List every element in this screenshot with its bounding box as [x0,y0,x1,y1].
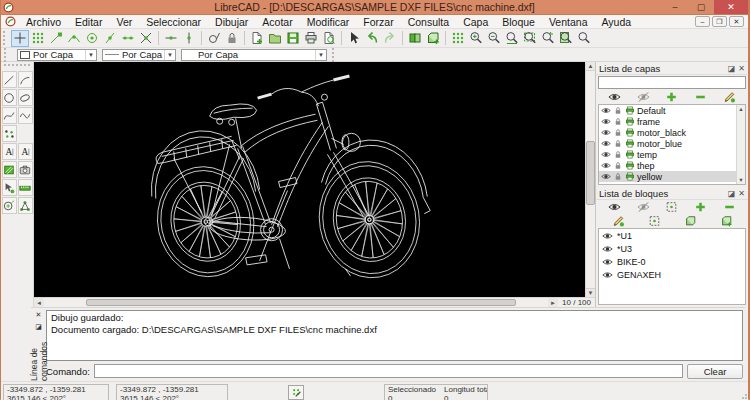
printer-icon[interactable] [625,139,635,148]
menu-modificar[interactable]: Modificar [300,16,357,28]
tool-block-button[interactable] [18,197,33,214]
tool-point-button[interactable] [2,125,17,142]
eye-icon[interactable] [601,117,611,126]
tool-text-button[interactable] [2,143,17,160]
block-row[interactable]: *U3 [599,242,745,255]
create-block-button[interactable] [424,30,442,47]
resize-grip[interactable] [739,394,747,400]
zoom-out-button[interactable] [485,30,503,47]
layer-row[interactable]: frame [599,116,745,127]
menu-bloque[interactable]: Bloque [495,16,542,28]
layer-row[interactable]: Default [599,105,745,116]
toggle-block-view-icon[interactable] [665,201,678,213]
printer-icon[interactable] [625,150,635,159]
clear-button[interactable]: Clear [687,364,743,379]
snap-intersection-button[interactable] [137,30,155,47]
toolbar-handle[interactable] [4,48,9,62]
restrict-horizontal-button[interactable] [162,30,180,47]
maximize-button[interactable]: ▢ [688,0,714,14]
menu-consulta[interactable]: Consulta [401,16,456,28]
layer-list-scrollbar[interactable]: ▲▼ [736,105,745,184]
relative-zero-button[interactable] [205,30,223,47]
tool-circle-button[interactable] [2,89,17,106]
tool-modify-button[interactable] [2,179,17,196]
open-file-button[interactable] [266,30,284,47]
new-file-button[interactable] [248,30,266,47]
zoom-in-button[interactable] [467,30,485,47]
eye-icon[interactable] [601,128,611,137]
eye-icon[interactable] [602,270,613,280]
eye-icon[interactable] [602,257,613,267]
tool-measure-button[interactable] [2,197,17,214]
snap-middle-button[interactable] [101,30,119,47]
mdi-close-button[interactable]: ✕ [729,16,744,27]
printer-icon[interactable] [625,172,635,181]
scroll-right-icon[interactable]: ► [548,298,558,307]
command-input[interactable] [94,364,683,378]
grid-status-button[interactable] [288,385,304,400]
eye-icon[interactable] [601,161,611,170]
menu-ventana[interactable]: Ventana [542,16,595,28]
layer-row[interactable]: temp [599,149,745,160]
eye-icon[interactable] [602,231,613,241]
menu-acotar[interactable]: Acotar [255,16,299,28]
lock-icon[interactable] [613,106,623,115]
block-row[interactable]: *U1 [599,229,745,242]
menu-seleccionar[interactable]: Seleccionar [139,16,208,28]
tool-hatch-button[interactable] [2,161,17,178]
horizontal-scroll-track[interactable] [44,298,548,307]
zoom-previous-button[interactable] [539,30,557,47]
scroll-left-icon[interactable]: ◄ [34,298,44,307]
zoom-pan-button[interactable] [575,30,593,47]
lock-icon[interactable] [613,150,623,159]
pen-width-select[interactable]: Por Capa ▼ [102,49,176,61]
toolbar-handle[interactable] [332,48,337,62]
tool-arc-button[interactable] [18,71,33,88]
minimize-button[interactable]: – [662,0,688,14]
eye-icon[interactable] [601,106,611,115]
snap-entity-button[interactable] [65,30,83,47]
save-file-button[interactable] [284,30,302,47]
lock-icon[interactable] [613,161,623,170]
horizontal-scroll-thumb[interactable] [86,299,516,306]
zoom-window-button[interactable] [521,30,539,47]
pen-linetype-select[interactable]: Por Capa ▼ [181,49,327,61]
menu-ayuda[interactable]: Ayuda [594,16,638,28]
close-dock-icon[interactable]: ✕ [33,309,44,320]
tool-polyline-button[interactable] [18,107,33,124]
dock-handle[interactable] [4,64,30,69]
frame-block-icon[interactable] [648,215,661,227]
remove-layer-icon[interactable] [694,91,707,103]
lock-icon[interactable] [613,117,623,126]
close-panel-icon[interactable]: ✕ [738,64,745,73]
layer-row-selected[interactable]: yellow [599,171,745,182]
menu-archivo[interactable]: Archivo [19,16,68,28]
print-button[interactable] [302,30,320,47]
tool-spline-button[interactable] [2,107,17,124]
undo-button[interactable] [363,30,381,47]
pointer-button[interactable] [345,30,363,47]
printer-icon[interactable] [625,117,635,126]
lock-icon[interactable] [613,128,623,137]
zoom-redraw-button[interactable] [449,30,467,47]
draw-order-button[interactable] [406,30,424,47]
menu-capa[interactable]: Capa [456,16,495,28]
lock-relative-zero-button[interactable] [223,30,241,47]
freeze-all-layers-icon[interactable] [637,91,650,103]
tool-image-button[interactable] [18,161,33,178]
printer-icon[interactable] [625,106,635,115]
layer-row[interactable]: motor_blue [599,138,745,149]
scroll-up-icon[interactable]: ▲ [737,105,745,113]
snap-center-button[interactable] [83,30,101,47]
snap-grid-button[interactable] [29,30,47,47]
edit-layer-icon[interactable] [723,91,736,103]
scroll-down-icon[interactable]: ▼ [737,176,745,184]
canvas-horizontal-scrollbar[interactable]: ◄ ► 10 / 100 [34,297,595,307]
print-preview-button[interactable] [320,30,338,47]
add-block-icon[interactable] [694,201,707,213]
block-row[interactable]: BIKE-0 [599,255,745,268]
redo-button[interactable] [381,30,399,47]
lock-icon[interactable] [613,172,623,181]
menu-ver[interactable]: Ver [109,16,139,28]
toolbar-handle[interactable] [3,31,8,45]
